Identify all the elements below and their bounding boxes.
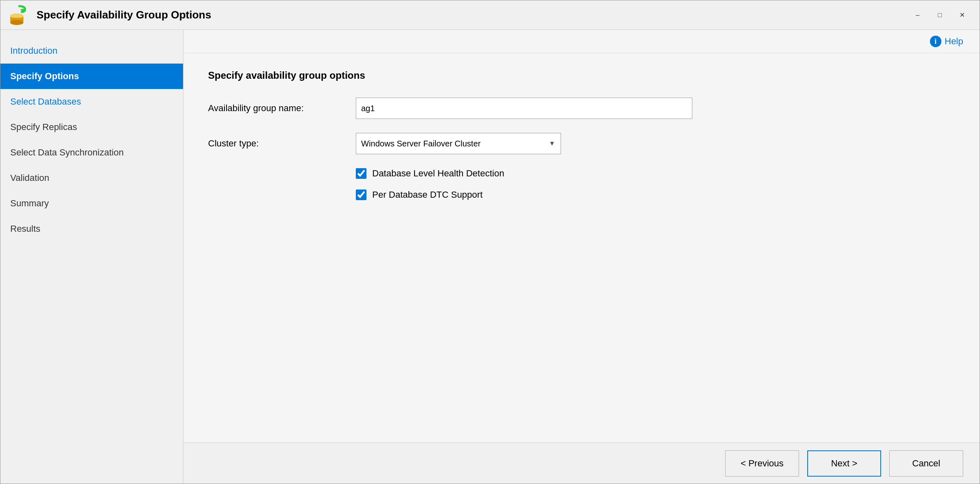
help-link[interactable]: i Help [930, 36, 963, 47]
dtc-support-label[interactable]: Per Database DTC Support [372, 189, 483, 200]
cluster-type-label: Cluster type: [208, 138, 356, 149]
title-bar: Specify Availability Group Options – □ ✕ [0, 0, 980, 30]
cancel-button[interactable]: Cancel [889, 450, 963, 477]
window-title: Specify Availability Group Options [37, 9, 211, 21]
dtc-support-checkbox[interactable] [356, 189, 366, 200]
footer: < Previous Next > Cancel [183, 443, 980, 484]
cluster-type-select[interactable]: Windows Server Failover Cluster External… [356, 133, 561, 154]
main-panel: i Help Specify availability group option… [183, 30, 980, 484]
cluster-type-row: Cluster type: Windows Server Failover Cl… [208, 133, 955, 154]
sidebar-item-introduction[interactable]: Introduction [0, 38, 183, 64]
sidebar-item-summary[interactable]: Summary [0, 191, 183, 216]
cluster-type-wrapper: Windows Server Failover Cluster External… [356, 133, 561, 154]
sidebar: Introduction Specify Options Select Data… [0, 30, 183, 484]
window-icon [9, 5, 30, 26]
sidebar-item-specify-replicas[interactable]: Specify Replicas [0, 114, 183, 140]
help-label: Help [945, 36, 963, 47]
window-controls: – □ ✕ [908, 8, 971, 23]
help-icon: i [930, 36, 941, 47]
close-button[interactable]: ✕ [953, 8, 971, 23]
ag-name-input[interactable] [356, 98, 692, 119]
content-area: Introduction Specify Options Select Data… [0, 30, 980, 484]
section-title: Specify availability group options [208, 70, 955, 81]
main-content: Specify availability group options Avail… [183, 53, 980, 443]
minimize-button[interactable]: – [908, 8, 927, 23]
health-detection-row: Database Level Health Detection [356, 168, 955, 179]
main-window: Specify Availability Group Options – □ ✕… [0, 0, 980, 484]
dtc-support-row: Per Database DTC Support [356, 189, 955, 200]
ag-name-row: Availability group name: [208, 98, 955, 119]
sidebar-item-specify-options[interactable]: Specify Options [0, 64, 183, 89]
svg-point-5 [10, 14, 23, 18]
svg-point-4 [10, 20, 23, 25]
sidebar-item-validation[interactable]: Validation [0, 165, 183, 191]
ag-name-label: Availability group name: [208, 103, 356, 114]
health-detection-checkbox[interactable] [356, 168, 366, 179]
maximize-button[interactable]: □ [930, 8, 949, 23]
sidebar-item-select-data-sync[interactable]: Select Data Synchronization [0, 140, 183, 165]
next-button[interactable]: Next > [807, 450, 881, 477]
previous-button[interactable]: < Previous [725, 450, 799, 477]
health-detection-label[interactable]: Database Level Health Detection [372, 168, 504, 179]
main-header: i Help [183, 30, 980, 53]
sidebar-item-select-databases[interactable]: Select Databases [0, 89, 183, 114]
sidebar-item-results[interactable]: Results [0, 216, 183, 242]
